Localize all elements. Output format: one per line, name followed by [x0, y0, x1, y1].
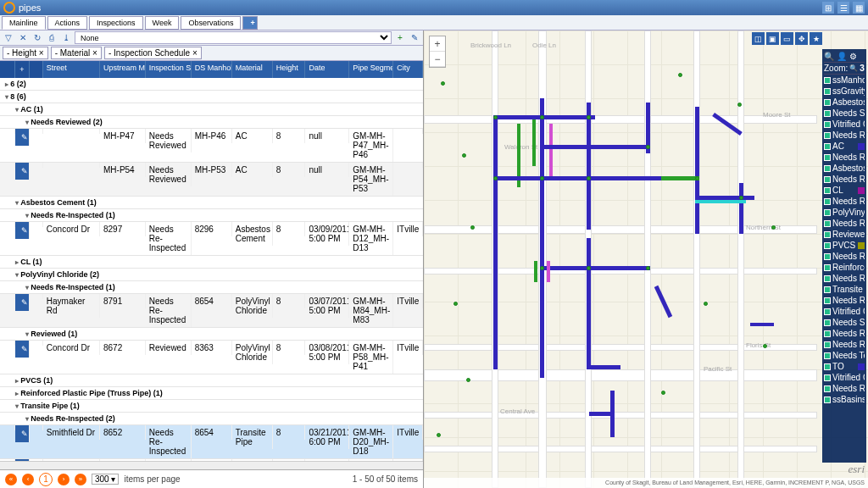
- chip-material[interactable]: - Material ×: [51, 47, 102, 59]
- refresh-icon[interactable]: ↻: [31, 32, 43, 44]
- zoom-in-icon[interactable]: +: [430, 36, 445, 52]
- tools-icon[interactable]: ☰: [837, 2, 849, 14]
- checkbox-icon[interactable]: [824, 77, 831, 84]
- checkbox-icon[interactable]: [824, 319, 831, 326]
- checkbox-icon[interactable]: [824, 99, 831, 106]
- col-material[interactable]: Material: [232, 61, 273, 78]
- checkbox-icon[interactable]: [824, 88, 831, 95]
- chip-height[interactable]: - Height ×: [3, 47, 48, 59]
- legend-item[interactable]: Asbestos Ce...: [824, 97, 865, 108]
- legend-item[interactable]: ssManhole: [824, 75, 865, 86]
- edit-icon[interactable]: ✎: [19, 343, 31, 355]
- checkbox-icon[interactable]: [824, 341, 831, 348]
- legend-item[interactable]: Needs Re-In...: [824, 339, 865, 350]
- col-city[interactable]: City: [393, 61, 423, 78]
- legend-item[interactable]: Reviewed: [824, 229, 865, 240]
- measure-icon[interactable]: ◫: [752, 32, 765, 45]
- legend-item[interactable]: Needs Re-In...: [824, 383, 865, 394]
- checkbox-icon[interactable]: [824, 352, 831, 359]
- checkbox-icon[interactable]: [824, 154, 831, 161]
- checkbox-icon[interactable]: [824, 121, 831, 128]
- group-row[interactable]: Transite Pipe (1): [0, 400, 423, 413]
- checkbox-icon[interactable]: [824, 297, 831, 304]
- col-height[interactable]: Height: [273, 61, 306, 78]
- legend-item[interactable]: Needs Re-In...: [824, 218, 865, 229]
- legend-panel[interactable]: 🔍 👤 ⚙ Zoom: 🔍 3 ⌕ ssManholessGravityMain…: [822, 49, 866, 463]
- checkbox-icon[interactable]: [824, 385, 831, 392]
- legend-item[interactable]: Needs Revi...: [824, 174, 865, 185]
- group-row[interactable]: Needs Reviewed (2): [0, 116, 423, 129]
- tab-add[interactable]: +: [242, 16, 258, 30]
- legend-item[interactable]: AC: [824, 141, 865, 152]
- checkbox-icon[interactable]: [824, 286, 831, 293]
- pager-last[interactable]: »: [75, 474, 86, 485]
- group-row[interactable]: Needs Re-Inspected (1): [0, 209, 423, 222]
- grid-icon[interactable]: ▦: [853, 2, 865, 14]
- edit-icon[interactable]: ✎: [19, 225, 31, 236]
- filter-select[interactable]: None: [75, 31, 392, 44]
- group-row[interactable]: Reviewed (1): [0, 328, 423, 341]
- pager-first[interactable]: «: [5, 474, 17, 485]
- legend-item[interactable]: Vitrified Clay...: [824, 119, 865, 130]
- table-row[interactable]: ✎MH-P54Needs ReviewedMH-P53AC8nullGM-MH-…: [0, 163, 423, 197]
- col-upstream[interactable]: Upstream MH: [100, 61, 146, 78]
- col-dsmanhole[interactable]: DS Manhole: [192, 61, 232, 78]
- select-icon[interactable]: ▭: [781, 32, 793, 45]
- edit-icon[interactable]: ✎: [19, 165, 31, 177]
- tab-inspections[interactable]: Inspections: [89, 16, 143, 30]
- col-add[interactable]: +: [15, 61, 31, 78]
- checkbox-icon[interactable]: [824, 132, 831, 139]
- col-street[interactable]: Street: [43, 61, 100, 78]
- legend-item[interactable]: ssGravityMain: [824, 86, 865, 97]
- legend-item[interactable]: Reinforced Pl...: [824, 262, 865, 273]
- group-row[interactable]: PVCS (1): [0, 374, 423, 387]
- checkbox-icon[interactable]: [824, 396, 831, 403]
- legend-item[interactable]: Vitrified Clay...: [824, 372, 865, 383]
- checkbox-icon[interactable]: [824, 220, 831, 227]
- h-scrollbar[interactable]: [0, 461, 423, 469]
- legend-item[interactable]: Needs Re-In...: [824, 130, 865, 141]
- group-row[interactable]: Asbestos Cement (1): [0, 197, 423, 209]
- group-row[interactable]: PolyVinyl Chloride (2): [0, 269, 423, 281]
- legend-item[interactable]: Needs Re-In...: [824, 295, 865, 306]
- export-icon[interactable]: ⤓: [60, 32, 72, 44]
- group-row[interactable]: Needs Re-Inspected (1): [0, 281, 423, 294]
- map-pane[interactable]: Moore St Waldron St Northern St Floris S…: [424, 30, 868, 488]
- checkbox-icon[interactable]: [824, 363, 831, 370]
- legend-item[interactable]: ssBasins: [824, 394, 865, 405]
- checkbox-icon[interactable]: [824, 330, 831, 337]
- legend-item[interactable]: Needs Revi...: [824, 152, 865, 163]
- pager-size[interactable]: 300 ▾: [92, 474, 119, 485]
- legend-item[interactable]: Vitrified Clay...: [824, 306, 865, 317]
- group-row[interactable]: CL (1): [0, 256, 423, 269]
- tab-week[interactable]: Week: [145, 16, 180, 30]
- legend-item[interactable]: Needs Revi...: [824, 251, 865, 262]
- legend-item[interactable]: Asbestos Ce...: [824, 163, 865, 174]
- checkbox-icon[interactable]: [824, 198, 831, 205]
- checkbox-icon[interactable]: [824, 176, 831, 183]
- legend-item[interactable]: Transite Pipe: [824, 284, 865, 295]
- legend-item[interactable]: Needs Re-In...: [824, 273, 865, 284]
- group-row[interactable]: 8 (6): [0, 91, 423, 103]
- checkbox-icon[interactable]: [824, 187, 831, 194]
- checkbox-icon[interactable]: [824, 253, 831, 260]
- identify-icon[interactable]: ▣: [766, 32, 779, 45]
- checkbox-icon[interactable]: [824, 110, 831, 117]
- edit-icon[interactable]: ✎: [19, 428, 31, 440]
- print-icon[interactable]: ⎙: [46, 32, 58, 44]
- group-row[interactable]: Reinforced Plastic Pipe (Truss Pipe) (1): [0, 387, 423, 400]
- zoom-out-icon[interactable]: −: [430, 52, 445, 67]
- legend-item[interactable]: Needs Sche...: [824, 317, 865, 328]
- edit-icon[interactable]: ✎: [19, 131, 31, 143]
- bookmark-icon[interactable]: ★: [810, 32, 822, 45]
- legend-item[interactable]: PolyVinyl Chl...: [824, 207, 865, 218]
- legend-item[interactable]: TO: [824, 361, 865, 372]
- checkbox-icon[interactable]: [824, 374, 831, 381]
- legend-item[interactable]: PVCS: [824, 240, 865, 251]
- checkbox-icon[interactable]: [824, 242, 831, 249]
- pan-icon[interactable]: ✥: [795, 32, 808, 45]
- legend-item[interactable]: Needs Revi...: [824, 328, 865, 339]
- group-row[interactable]: AC (1): [0, 103, 423, 116]
- edit-icon[interactable]: ✎: [19, 297, 31, 308]
- col-inspection[interactable]: Inspection S...: [146, 61, 192, 78]
